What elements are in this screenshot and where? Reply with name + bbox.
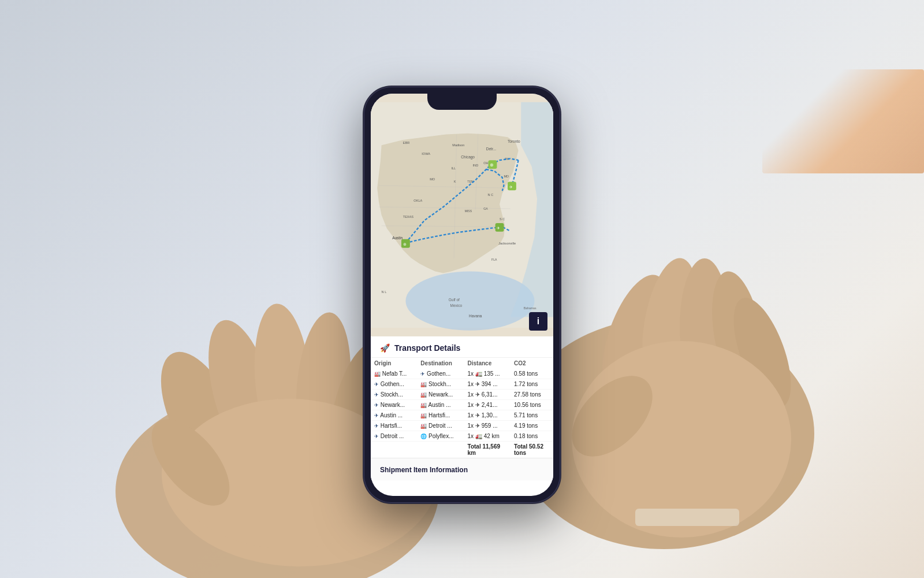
table-row: ✈ Austin ... 🏭 Hartsfi... 1x ✈ 1,30... 5…: [371, 410, 553, 421]
svg-text:Chicago: Chicago: [461, 155, 475, 160]
co2-cell: 4.19 tons: [511, 421, 553, 431]
transport-table: Origin Destination Distance CO2 🏭 Nefab …: [371, 358, 553, 458]
co2-cell: 10.56 tons: [511, 400, 553, 410]
total-row: Total 11,569km Total 50.52tons: [371, 442, 553, 458]
co2-cell: 0.18 tons: [511, 431, 553, 442]
svg-text:⊕: ⊕: [403, 242, 407, 247]
svg-text:Mexico: Mexico: [450, 303, 463, 307]
svg-text:Madison: Madison: [452, 143, 464, 147]
phone-notch: [427, 94, 497, 110]
svg-point-15: [572, 341, 791, 538]
table-row: ✈ Hartsfi... 🏭 Detroit ... 1x ✈ 959 ... …: [371, 421, 553, 431]
distance-cell: 1x ✈ 959 ...: [464, 421, 511, 431]
destination-cell: 🏭 Hartsfi...: [417, 410, 464, 421]
table-row: 🏭 Nefab T... ✈ Gothen... 1x 🚛 135 ... 0.…: [371, 369, 553, 379]
transport-header: 🚀 Transport Details: [371, 336, 553, 358]
distance-cell: 1x 🚛 42 km: [464, 431, 511, 442]
svg-point-14: [722, 291, 803, 414]
phone-wrapper: Chicago Detr... Madison Toronto EBR IOWA…: [364, 87, 560, 503]
map-svg: Chicago Detr... Madison Toronto EBR IOWA…: [371, 94, 553, 336]
shipment-section-title: Shipment Item Information: [380, 466, 468, 474]
svg-text:MO: MO: [430, 177, 435, 181]
destination-cell: ✈ Gothen...: [417, 369, 464, 379]
distance-cell: 1x ✈ 6,31...: [464, 390, 511, 400]
svg-text:Jacksonville: Jacksonville: [498, 242, 516, 245]
co2-cell: 0.58 tons: [511, 369, 553, 379]
svg-text:Bahamas: Bahamas: [524, 306, 536, 310]
svg-text:✈: ✈: [509, 184, 513, 190]
shipment-footer: Shipment Item Information: [371, 458, 553, 480]
svg-text:OKLA: OKLA: [413, 199, 422, 202]
svg-point-5: [290, 310, 356, 464]
info-icon: i: [537, 316, 539, 327]
transport-title: Transport Details: [394, 343, 460, 353]
svg-text:N L: N L: [382, 290, 387, 294]
col-destination: Destination: [417, 358, 464, 369]
map-info-button[interactable]: i: [529, 312, 547, 331]
col-co2: CO2: [511, 358, 553, 369]
svg-text:TEXAS: TEXAS: [403, 215, 414, 218]
destination-cell: 🌐 Polyflex...: [417, 431, 464, 442]
phone-frame: Chicago Detr... Madison Toronto EBR IOWA…: [364, 87, 560, 503]
destination-cell: 🏭 Newark...: [417, 390, 464, 400]
svg-point-12: [680, 258, 729, 395]
svg-text:Gulf of: Gulf of: [449, 298, 460, 302]
svg-point-16: [557, 361, 668, 472]
svg-point-8: [137, 406, 244, 519]
svg-text:IND: IND: [473, 164, 479, 167]
svg-point-10: [589, 266, 681, 404]
svg-text:N C: N C: [488, 193, 494, 197]
total-distance-value: Total 11,569km: [464, 442, 511, 458]
origin-cell: 🏭 Nefab T...: [371, 369, 417, 379]
svg-text:S C: S C: [500, 217, 505, 221]
destination-cell: 🏭 Austin ...: [417, 400, 464, 410]
co2-cell: 27.58 tons: [511, 390, 553, 400]
total-co2-value: Total 50.52tons: [511, 442, 553, 458]
destination-cell: 🏭 Stockh...: [417, 379, 464, 390]
svg-text:✈: ✈: [497, 225, 500, 231]
svg-text:Havana: Havana: [469, 314, 482, 318]
co2-cell: 1.72 tons: [511, 379, 553, 390]
svg-text:Austin: Austin: [392, 236, 403, 240]
distance-cell: 1x 🚛 135 ...: [464, 369, 511, 379]
col-distance: Distance: [464, 358, 511, 369]
table-row: ✈ Detroit ... 🌐 Polyflex... 1x 🚛 42 km 0…: [371, 431, 553, 442]
co2-cell: 5.71 tons: [511, 410, 553, 421]
distance-cell: 1x ✈ 1,30...: [464, 410, 511, 421]
svg-text:⊕: ⊕: [490, 162, 494, 168]
svg-point-3: [195, 313, 290, 473]
svg-text:GA: GA: [483, 207, 488, 210]
svg-point-11: [634, 254, 707, 394]
col-origin: Origin: [371, 358, 417, 369]
svg-text:EBR: EBR: [403, 141, 409, 144]
map-section: Chicago Detr... Madison Toronto EBR IOWA…: [371, 94, 553, 336]
origin-cell: ✈ Detroit ...: [371, 431, 417, 442]
svg-text:MD: MD: [504, 175, 509, 178]
origin-cell: ✈ Gothen...: [371, 379, 417, 390]
svg-point-4: [248, 301, 317, 461]
origin-cell: ✈ Stockh...: [371, 390, 417, 400]
svg-text:ILL: ILL: [451, 166, 456, 170]
distance-cell: 1x ✈ 2,41...: [464, 400, 511, 410]
content-section: 🚀 Transport Details Origin Destination D…: [371, 336, 553, 480]
svg-point-2: [144, 340, 260, 492]
total-distance-label: [371, 442, 464, 458]
svg-rect-17: [635, 509, 739, 526]
phone-screen: Chicago Detr... Madison Toronto EBR IOWA…: [371, 94, 553, 496]
svg-point-19: [405, 272, 534, 331]
svg-point-13: [703, 268, 773, 403]
svg-text:K: K: [454, 180, 456, 183]
origin-cell: ✈ Newark...: [371, 400, 417, 410]
svg-text:Toronto: Toronto: [508, 139, 520, 143]
destination-cell: 🏭 Detroit ...: [417, 421, 464, 431]
table-row: ✈ Gothen... 🏭 Stockh... 1x ✈ 394 ... 1.7…: [371, 379, 553, 390]
svg-text:FLA: FLA: [491, 258, 497, 261]
table-row: ✈ Stockh... 🏭 Newark... 1x ✈ 6,31... 27.…: [371, 390, 553, 400]
origin-cell: ✈ Hartsfi...: [371, 421, 417, 431]
svg-text:MISS: MISS: [465, 209, 472, 213]
origin-cell: ✈ Austin ...: [371, 410, 417, 421]
transport-icon: 🚀: [380, 343, 390, 353]
table-row: ✈ Newark... 🏭 Austin ... 1x ✈ 2,41... 10…: [371, 400, 553, 410]
svg-text:IOWA: IOWA: [422, 152, 430, 155]
svg-text:Detr...: Detr...: [486, 147, 497, 151]
